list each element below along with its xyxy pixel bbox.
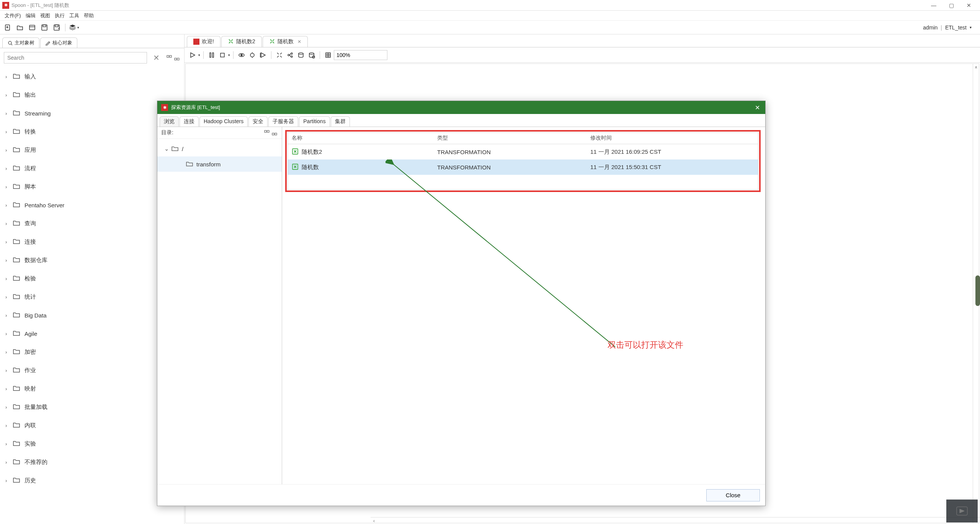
menu-tools[interactable]: 工具 [67,11,82,20]
perspective-icon[interactable]: ▾ [69,22,79,33]
save-as-icon[interactable] [51,22,62,33]
close-tab-icon[interactable]: ✕ [297,39,301,44]
impact-icon[interactable] [285,50,295,60]
menu-file[interactable]: 文件(F) [2,11,23,20]
canvas-h-scrollbar[interactable]: ‹ [371,517,980,524]
tree-item[interactable]: ›数据仓库 [0,251,184,269]
tree-item[interactable]: ›输入 [0,67,184,86]
page-scroll-thumb[interactable] [975,275,980,306]
left-tree[interactable]: ›输入›输出›Streaming›转换›应用›流程›脚本›Pentaho Ser… [0,66,184,524]
tree-item[interactable]: ›脚本 [0,177,184,196]
search-row: ✕ [0,48,184,66]
verify-icon[interactable] [274,50,284,60]
col-modified[interactable]: 修改时间 [586,133,758,144]
zoom-select[interactable] [334,50,387,60]
clear-search-icon[interactable]: ✕ [152,53,161,62]
repo-dropdown-icon[interactable]: ▾ [970,25,972,29]
tree-item[interactable]: ›实验 [0,434,184,453]
replay-icon[interactable] [258,50,268,60]
run-dropdown-icon[interactable]: ▾ [198,53,200,57]
tree-item[interactable]: ›批量加载 [0,398,184,416]
tree-item-label: 批量加载 [24,404,47,411]
scroll-up-icon[interactable]: ∧ [973,64,979,70]
app-icon: ✱ [2,2,9,9]
save-icon[interactable] [39,22,50,33]
menu-run[interactable]: 执行 [52,11,67,20]
tree-item[interactable]: ›输出 [0,86,184,104]
tree-item[interactable]: ›不推荐的 [0,453,184,471]
tab-random2[interactable]: 随机数2 [221,36,262,47]
dir-root[interactable]: ⌄ / [157,141,282,156]
tree-item[interactable]: ›连接 [0,233,184,251]
svg-rect-14 [177,58,179,60]
dlg-tab-clusters[interactable]: 集群 [331,116,350,127]
open-file-icon[interactable] [15,22,25,33]
tree-item[interactable]: ›内联 [0,416,184,434]
dialog-directory-tree[interactable]: ⌄ / transform [157,139,282,484]
menu-edit[interactable]: 编辑 [23,11,38,20]
tab-main-tree[interactable]: 主对象树 [2,37,39,48]
tree-item[interactable]: ›Agile [0,324,184,343]
tree-item[interactable]: ›查询 [0,214,184,233]
tree-item[interactable]: ›转换 [0,122,184,141]
close-button[interactable]: Close [706,489,760,501]
table-row[interactable]: 随机数2 TRANSFORMATION 11 一月 2021 16:09:25 … [288,144,758,159]
folder-icon [12,164,21,173]
dlg-tab-security[interactable]: 安全 [248,116,268,127]
dialog-title-bar[interactable]: ✱ 探索资源库 [ETL_test] ✕ [157,101,765,114]
tab-welcome[interactable]: 欢迎! [187,36,220,47]
user-repo-indicator[interactable]: admin | ETL_test ▾ [916,24,978,31]
tree-item[interactable]: ›Pentaho Server [0,196,184,214]
tree-item[interactable]: ›作业 [0,361,184,379]
tree-item[interactable]: ›映射 [0,379,184,398]
folder-icon [12,219,21,228]
dlg-tab-hadoop[interactable]: Hadoop Clusters [199,116,248,127]
tree-item[interactable]: ›Streaming [0,104,184,122]
pause-icon[interactable] [207,50,217,60]
explore-repo-icon[interactable] [27,22,38,33]
tree-item[interactable]: ›加密 [0,343,184,361]
table-row[interactable]: 随机数 TRANSFORMATION 11 一月 2021 15:50:31 C… [288,159,758,175]
col-type[interactable]: 类型 [433,133,586,144]
tree-item[interactable]: ›流程 [0,159,184,177]
chevron-right-icon: › [5,276,12,282]
dlg-tab-connections[interactable]: 连接 [180,116,199,127]
run-icon[interactable] [188,50,198,60]
menu-help[interactable]: 帮助 [82,11,96,20]
close-window-button[interactable]: ✕ [960,0,978,11]
tree-item[interactable]: ›统计 [0,288,184,306]
dir-root-label: / [182,146,183,152]
preview-icon[interactable] [237,50,247,60]
collapse-all-icon[interactable] [173,54,180,61]
tab-core-objects[interactable]: 核心对象 [40,37,77,48]
new-file-icon[interactable] [2,22,13,33]
maximize-button[interactable]: ▢ [942,0,960,11]
dialog-close-icon[interactable]: ✕ [753,104,761,111]
chevron-right-icon: › [5,459,12,465]
tree-item[interactable]: ›检验 [0,269,184,288]
stop-dropdown-icon[interactable]: ▾ [228,53,230,57]
dlg-tab-browse[interactable]: 浏览 [160,116,179,127]
explore-db-icon[interactable] [307,50,317,60]
tree-item[interactable]: ›应用 [0,141,184,159]
dir-transform[interactable]: transform [157,156,282,172]
tree-item[interactable]: ›Big Data [0,306,184,324]
debug-icon[interactable] [247,50,257,60]
show-results-icon[interactable] [323,50,333,60]
dlg-tab-partitions[interactable]: Partitions [299,116,330,127]
tab-random[interactable]: 随机数 ✕ [263,36,308,47]
scroll-left-icon[interactable]: ‹ [371,518,377,524]
menu-view[interactable]: 视图 [38,11,52,20]
tree-item-label: 检验 [24,275,36,282]
search-input[interactable] [4,52,147,63]
dlg-collapse-all-icon[interactable] [271,129,278,136]
expand-all-icon[interactable] [166,54,173,61]
chevron-right-icon: › [5,166,12,171]
dlg-tab-slaves[interactable]: 子服务器 [268,116,298,127]
dlg-expand-all-icon[interactable] [263,129,270,136]
col-name[interactable]: 名称 [288,133,433,144]
stop-icon[interactable] [217,50,227,60]
minimize-button[interactable]: — [925,0,942,11]
sql-icon[interactable] [296,50,306,60]
tree-item[interactable]: ›历史 [0,471,184,490]
